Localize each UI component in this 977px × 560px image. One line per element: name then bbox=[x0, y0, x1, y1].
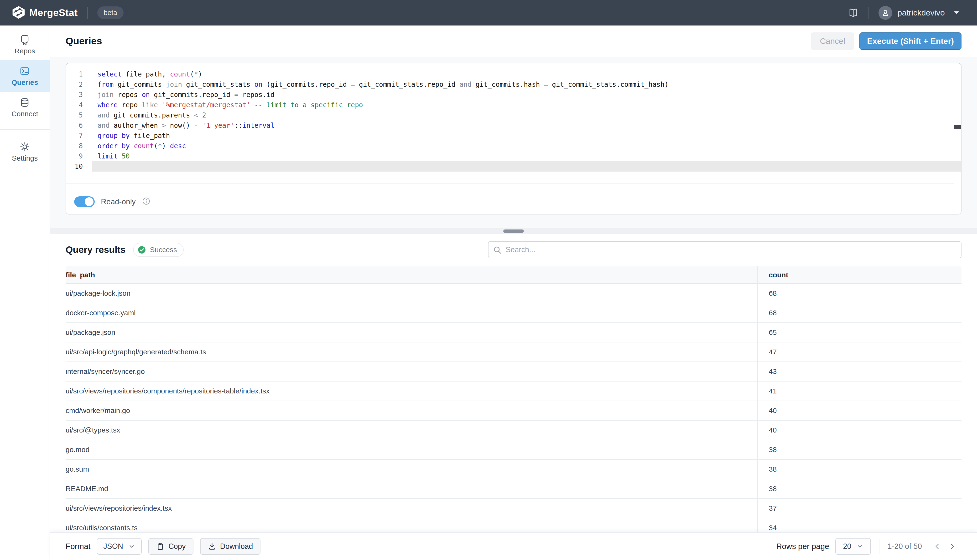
terminal-icon bbox=[19, 65, 30, 77]
beta-badge: beta bbox=[97, 7, 124, 19]
topbar-divider bbox=[87, 7, 88, 19]
line-number: 3 bbox=[66, 91, 92, 99]
line-code: and git_commits.parents < 2 bbox=[92, 111, 961, 119]
copy-button[interactable]: Copy bbox=[148, 538, 193, 555]
sidebar-item-label: Connect bbox=[12, 110, 38, 118]
cell-file-path: ui/package.json bbox=[65, 328, 757, 337]
docs-book-icon[interactable] bbox=[848, 7, 859, 18]
rows-per-page-select[interactable]: 20 bbox=[835, 538, 871, 555]
cell-file-path: README.md bbox=[65, 485, 757, 493]
gear-icon bbox=[19, 141, 30, 152]
code-line-6[interactable]: 6and author_when > now() - '1 year'::int… bbox=[66, 120, 961, 131]
table-row: ui/src/@types.tsx40 bbox=[65, 421, 962, 440]
sidebar-item-queries[interactable]: Queries bbox=[0, 60, 50, 92]
brand[interactable]: MergeStat bbox=[12, 5, 78, 20]
cell-file-path: ui/src/@types.tsx bbox=[65, 426, 757, 434]
cell-count: 37 bbox=[757, 504, 962, 512]
line-code: select file_path, count(*) bbox=[92, 70, 961, 78]
status-badge: Success bbox=[133, 243, 183, 257]
search-icon bbox=[493, 245, 502, 255]
prev-page-button[interactable] bbox=[930, 542, 945, 550]
code-line-10[interactable]: 10 bbox=[66, 161, 961, 172]
line-number: 8 bbox=[66, 142, 92, 150]
chevron-down-icon bbox=[128, 543, 135, 550]
line-code: and author_when > now() - '1 year'::inte… bbox=[92, 122, 961, 129]
code-line-9[interactable]: 9limit 50 bbox=[66, 151, 961, 161]
sidebar-divider bbox=[0, 129, 50, 130]
format-label: Format bbox=[65, 542, 90, 551]
rows-per-page-label: Rows per page bbox=[776, 542, 829, 551]
code-line-4[interactable]: 4where repo like '%mergestat/mergestat' … bbox=[66, 100, 961, 110]
panel-resize-strip bbox=[50, 228, 977, 234]
page-header: Queries Cancel Execute (Shift + Enter) bbox=[50, 25, 977, 57]
code-line-5[interactable]: 5and git_commits.parents < 2 bbox=[66, 110, 961, 120]
line-number: 1 bbox=[66, 70, 92, 78]
username[interactable]: patrickdevivo bbox=[898, 8, 945, 17]
sidebar-item-label: Repos bbox=[15, 47, 35, 55]
code-lines: 1select file_path, count(*)2from git_com… bbox=[66, 69, 961, 172]
format-select[interactable]: JSON bbox=[97, 538, 142, 555]
cell-count: 43 bbox=[757, 367, 962, 375]
code-line-2[interactable]: 2from git_commits join git_commit_stats … bbox=[66, 79, 961, 90]
sql-editor: 1select file_path, count(*)2from git_com… bbox=[65, 63, 962, 215]
mergestat-app: MergeStat beta patrickdevivo ReposQuerie… bbox=[0, 0, 977, 560]
info-icon[interactable] bbox=[142, 197, 151, 207]
cell-count: 41 bbox=[757, 387, 962, 395]
status-badge-label: Success bbox=[150, 246, 177, 254]
results-title: Query results bbox=[65, 245, 125, 255]
cell-count: 68 bbox=[757, 289, 962, 297]
cell-count: 40 bbox=[757, 407, 962, 415]
download-button[interactable]: Download bbox=[200, 538, 261, 555]
sidebar-item-repos[interactable]: Repos bbox=[0, 29, 50, 60]
next-page-button[interactable] bbox=[945, 542, 960, 550]
sidebar-item-label: Queries bbox=[12, 78, 38, 87]
repo-icon bbox=[19, 34, 30, 45]
topbar: MergeStat beta patrickdevivo bbox=[0, 0, 977, 25]
editor-hscrollbar[interactable] bbox=[66, 183, 954, 183]
avatar[interactable] bbox=[878, 6, 892, 20]
table-row: ui/src/utils/constants.ts34 bbox=[65, 518, 962, 532]
code-editor-area[interactable]: 1select file_path, count(*)2from git_com… bbox=[66, 63, 961, 189]
code-line-7[interactable]: 7group by file_path bbox=[66, 131, 961, 141]
line-code: from git_commits join git_commit_stats o… bbox=[92, 80, 961, 88]
clipboard-icon bbox=[156, 542, 165, 551]
user-caret-down-icon[interactable] bbox=[954, 10, 960, 15]
pagination: Rows per page 20 1-20 of 50 bbox=[776, 538, 960, 555]
cell-file-path: docker-compose.yaml bbox=[65, 309, 757, 317]
table-row: ui/src/views/repositories/index.tsx37 bbox=[65, 499, 962, 518]
line-code: limit 50 bbox=[92, 152, 961, 160]
rows-per-page-value: 20 bbox=[843, 542, 851, 551]
readonly-toggle-knob bbox=[85, 197, 94, 206]
cell-file-path: internal/syncer/syncer.go bbox=[65, 367, 757, 375]
table-row: ui/package-lock.json68 bbox=[65, 284, 962, 303]
code-line-1[interactable]: 1select file_path, count(*) bbox=[66, 69, 961, 79]
resize-handle[interactable] bbox=[503, 230, 524, 233]
page-range: 1-20 of 50 bbox=[888, 542, 922, 551]
code-line-3[interactable]: 3join repos on git_commits.repo_id = rep… bbox=[66, 90, 961, 100]
execute-button[interactable]: Execute (Shift + Enter) bbox=[860, 32, 962, 50]
editor-vscrollbar[interactable] bbox=[954, 79, 961, 180]
cell-count: 65 bbox=[757, 328, 962, 337]
line-code: group by file_path bbox=[92, 132, 961, 140]
table-row: docker-compose.yaml68 bbox=[65, 303, 962, 323]
search-box bbox=[488, 241, 962, 258]
line-code: where repo like '%mergestat/mergestat' -… bbox=[92, 101, 961, 109]
cell-file-path: ui/src/views/repositories/components/rep… bbox=[65, 387, 757, 395]
pagination-divider bbox=[879, 539, 880, 554]
sidebar-item-connect[interactable]: Connect bbox=[0, 92, 50, 123]
cancel-button[interactable]: Cancel bbox=[811, 32, 854, 50]
results-table: file_pathcount ui/package-lock.json68doc… bbox=[65, 267, 962, 532]
line-number: 6 bbox=[66, 122, 92, 129]
line-number: 4 bbox=[66, 101, 92, 109]
code-line-8[interactable]: 8order by count(*) desc bbox=[66, 141, 961, 151]
readonly-toggle[interactable] bbox=[74, 197, 95, 207]
results-header: Query results Success bbox=[50, 234, 977, 267]
sidebar-item-settings[interactable]: Settings bbox=[0, 136, 50, 168]
line-code bbox=[92, 161, 961, 172]
table-row: ui/src/api-logic/graphql/generated/schem… bbox=[65, 342, 962, 362]
table-row: go.mod38 bbox=[65, 440, 962, 460]
table-row: README.md38 bbox=[65, 479, 962, 499]
mergestat-logo-icon bbox=[12, 5, 25, 20]
editor-vscrollbar-thumb[interactable] bbox=[954, 125, 961, 129]
search-input[interactable] bbox=[488, 241, 962, 258]
